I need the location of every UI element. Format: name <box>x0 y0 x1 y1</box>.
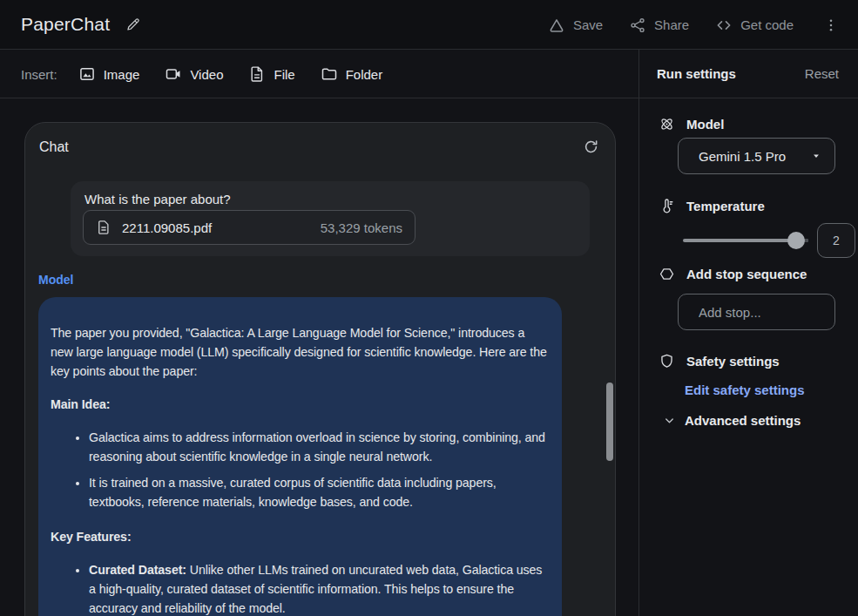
temperature-section-label: Temperature <box>659 198 765 214</box>
stop-sequence-section-label: Add stop sequence <box>659 266 807 282</box>
user-message: What is the paper about? 2211.09085.pdf … <box>71 181 590 256</box>
video-icon <box>165 65 182 83</box>
response-bullet-list: Curated Dataset: Unlike other LLMs train… <box>51 560 550 616</box>
run-settings-title: Run settings <box>657 66 736 81</box>
share-button[interactable]: Share <box>629 17 689 34</box>
app-title: PaperChat <box>21 14 110 35</box>
response-intro: The paper you provided, "Galactica: A La… <box>51 323 550 381</box>
temperature-slider-thumb[interactable] <box>787 232 805 249</box>
insert-video-button[interactable]: Video <box>165 65 223 83</box>
save-icon <box>548 17 565 34</box>
insert-image-label: Image <box>104 67 140 82</box>
response-bullet: Curated Dataset: Unlike other LLMs train… <box>89 560 550 616</box>
chat-panel: Chat What is the paper about? 2211.09085… <box>24 122 616 616</box>
edit-safety-settings-link[interactable]: Edit safety settings <box>685 382 805 397</box>
chat-title: Chat <box>39 139 69 155</box>
response-bullet: Galactica aims to address information ov… <box>89 428 550 466</box>
response-heading-key-features: Key Features: <box>51 527 550 546</box>
get-code-button[interactable]: Get code <box>715 17 794 34</box>
response-bullet: It is trained on a massive, curated corp… <box>89 473 550 511</box>
response-heading-main-idea: Main Idea: <box>51 395 550 414</box>
top-actions: Save Share Get code <box>548 0 842 50</box>
chevron-down-icon <box>810 150 822 162</box>
chat-header: Chat <box>25 123 615 155</box>
code-icon <box>715 17 733 34</box>
top-bar: PaperChat Save Share Get code <box>0 0 858 50</box>
stop-sequence-input[interactable] <box>678 294 835 330</box>
advanced-settings-toggle[interactable]: Advanced settings <box>663 413 801 428</box>
insert-label: Insert: <box>21 67 57 82</box>
run-settings-panel: Run settings Reset Model Gemini 1.5 Pro … <box>638 50 858 616</box>
model-section-label: Model <box>659 116 724 132</box>
file-name: 2211.09085.pdf <box>122 220 212 235</box>
model-select[interactable]: Gemini 1.5 Pro <box>678 138 835 174</box>
folder-icon <box>321 65 338 83</box>
share-icon <box>629 17 646 34</box>
user-question: What is the paper about? <box>84 192 576 206</box>
thermometer-icon <box>659 198 675 214</box>
insert-bar: Insert: Image Video File Folder <box>0 51 638 98</box>
save-label: Save <box>573 17 603 32</box>
model-response: The paper you provided, "Galactica: A La… <box>38 297 562 616</box>
refresh-icon[interactable] <box>583 139 599 155</box>
chat-scrollbar-thumb[interactable] <box>606 382 613 461</box>
more-options-icon[interactable] <box>820 17 842 33</box>
safety-section-label: Safety settings <box>659 353 780 369</box>
share-label: Share <box>654 17 689 32</box>
model-select-value: Gemini 1.5 Pro <box>699 149 786 164</box>
attached-file-chip[interactable]: 2211.09085.pdf 53,329 tokens <box>83 210 415 245</box>
run-settings-header: Run settings Reset <box>639 50 858 98</box>
file-token-count: 53,329 tokens <box>321 220 402 235</box>
get-code-label: Get code <box>740 17 794 32</box>
shield-icon <box>659 353 675 369</box>
document-icon <box>96 220 111 235</box>
save-button[interactable]: Save <box>548 17 603 34</box>
temperature-value[interactable]: 2 <box>817 223 855 258</box>
main-area: Chat What is the paper about? 2211.09085… <box>0 98 638 616</box>
insert-file-label: File <box>274 67 294 82</box>
file-icon <box>248 65 266 83</box>
model-icon <box>659 116 675 132</box>
insert-folder-label: Folder <box>346 67 383 82</box>
stop-hexagon-icon <box>659 266 675 282</box>
image-icon <box>78 65 96 83</box>
reset-button[interactable]: Reset <box>805 66 839 81</box>
chevron-down-icon <box>663 414 676 427</box>
response-bullet-list: Galactica aims to address information ov… <box>51 428 550 511</box>
insert-file-button[interactable]: File <box>248 65 294 83</box>
insert-image-button[interactable]: Image <box>78 65 140 83</box>
edit-title-icon[interactable] <box>125 17 141 32</box>
insert-folder-button[interactable]: Folder <box>321 65 383 83</box>
insert-video-label: Video <box>190 67 223 82</box>
model-response-label: Model <box>38 273 73 287</box>
